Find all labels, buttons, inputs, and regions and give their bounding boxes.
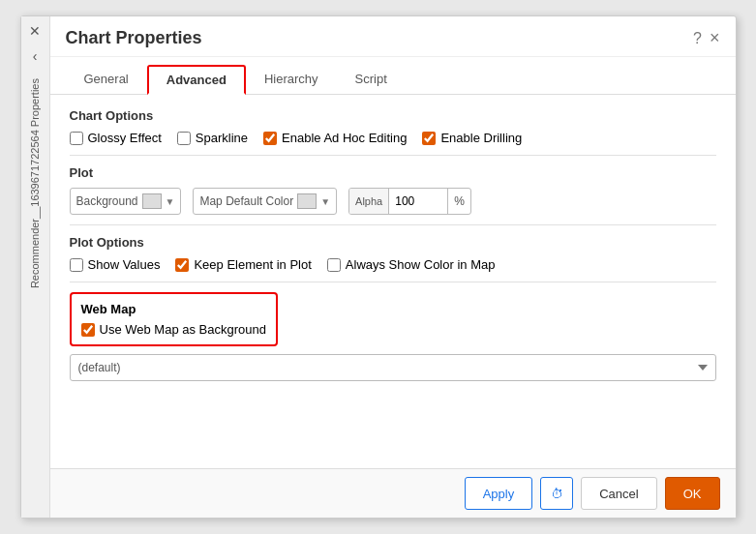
map-color-box — [297, 193, 317, 209]
alpha-input[interactable] — [389, 189, 447, 214]
dialog-header: Chart Properties ? × — [50, 16, 736, 57]
background-chevron-icon: ▼ — [166, 196, 175, 207]
cancel-button[interactable]: Cancel — [581, 477, 656, 510]
web-map-dropdown-row: (default) — [70, 354, 716, 381]
apply-button[interactable]: Apply — [465, 477, 533, 510]
chart-options-row: Glossy Effect Sparkline Enable Ad Hoc Ed… — [70, 131, 716, 145]
separator-2 — [70, 224, 716, 225]
enable-drilling-label: Enable Drilling — [440, 131, 522, 145]
glossy-effect-item: Glossy Effect — [70, 131, 162, 145]
use-web-map-checkbox[interactable] — [81, 323, 95, 337]
enable-drilling-checkbox[interactable] — [422, 132, 436, 145]
background-color-box — [142, 193, 162, 209]
sparkline-checkbox[interactable] — [177, 132, 191, 145]
ok-button[interactable]: OK — [665, 477, 720, 510]
separator-3 — [70, 282, 716, 282]
sidebar-close-icon[interactable]: ✕ — [24, 20, 45, 42]
tab-advanced[interactable]: Advanced — [147, 65, 246, 95]
glossy-effect-checkbox[interactable] — [70, 132, 83, 145]
use-web-map-item: Use Web Map as Background — [81, 322, 266, 337]
map-default-color-label: Map Default Color — [199, 194, 293, 208]
use-web-map-label: Use Web Map as Background — [100, 322, 266, 337]
header-icons: ? × — [693, 28, 719, 48]
glossy-effect-label: Glossy Effect — [88, 131, 162, 145]
web-map-title: Web Map — [81, 302, 266, 316]
always-show-color-checkbox[interactable] — [327, 258, 341, 272]
plot-options-row: Show Values Keep Element in Plot Always … — [70, 257, 716, 272]
enable-ad-hoc-label: Enable Ad Hoc Editing — [282, 131, 407, 145]
separator-1 — [70, 155, 716, 156]
map-default-color-select[interactable]: Map Default Color ▼ — [193, 188, 337, 215]
background-label: Background — [76, 194, 138, 208]
enable-ad-hoc-checkbox[interactable] — [263, 132, 277, 145]
alpha-percent: % — [447, 189, 470, 214]
keep-element-item: Keep Element in Plot — [175, 257, 311, 272]
show-values-label: Show Values — [88, 257, 161, 272]
alpha-label: Alpha — [349, 189, 389, 214]
tab-bar: General Advanced Hierarchy Script — [50, 57, 736, 95]
tab-script[interactable]: Script — [337, 65, 406, 95]
always-show-color-label: Always Show Color in Map — [346, 257, 496, 272]
background-color-select[interactable]: Background ▼ — [70, 188, 182, 215]
close-icon[interactable]: × — [710, 28, 720, 48]
dialog-title: Chart Properties — [66, 28, 202, 48]
alpha-box: Alpha % — [348, 188, 471, 215]
chart-properties-dialog: ✕ ‹ Recommender__1639671722564 Propertie… — [20, 15, 737, 519]
keep-element-label: Keep Element in Plot — [194, 257, 311, 272]
show-values-item: Show Values — [70, 257, 161, 272]
sidebar-panel: ✕ ‹ Recommender__1639671722564 Propertie… — [21, 16, 50, 518]
chart-options-title: Chart Options — [70, 108, 716, 123]
keep-element-checkbox[interactable] — [175, 258, 189, 272]
sidebar-label: Recommender__1639671722564 Properties — [29, 78, 41, 288]
tab-general[interactable]: General — [66, 65, 147, 95]
map-chevron-icon: ▼ — [320, 196, 330, 207]
plot-options-title: Plot Options — [70, 235, 716, 250]
help-icon[interactable]: ? — [693, 30, 702, 47]
clock-button[interactable]: ⏱ — [540, 477, 573, 510]
tab-hierarchy[interactable]: Hierarchy — [246, 65, 337, 95]
plot-title: Plot — [70, 165, 716, 180]
web-map-dropdown[interactable]: (default) — [70, 354, 716, 381]
sparkline-item: Sparkline — [177, 131, 248, 145]
clock-icon: ⏱ — [551, 487, 563, 501]
web-map-box: Web Map Use Web Map as Background — [70, 292, 278, 346]
main-content: Chart Properties ? × General Advanced Hi… — [50, 16, 736, 518]
sidebar-back-icon[interactable]: ‹ — [24, 45, 45, 67]
show-values-checkbox[interactable] — [70, 258, 83, 272]
dialog-body: Chart Options Glossy Effect Sparkline En… — [50, 95, 736, 468]
dialog-footer: Apply ⏱ Cancel OK — [50, 468, 736, 518]
enable-drilling-item: Enable Drilling — [422, 131, 522, 145]
always-show-color-item: Always Show Color in Map — [327, 257, 496, 272]
sparkline-label: Sparkline — [196, 131, 248, 145]
plot-row: Background ▼ Map Default Color ▼ Alpha % — [70, 188, 716, 215]
enable-ad-hoc-item: Enable Ad Hoc Editing — [263, 131, 407, 145]
